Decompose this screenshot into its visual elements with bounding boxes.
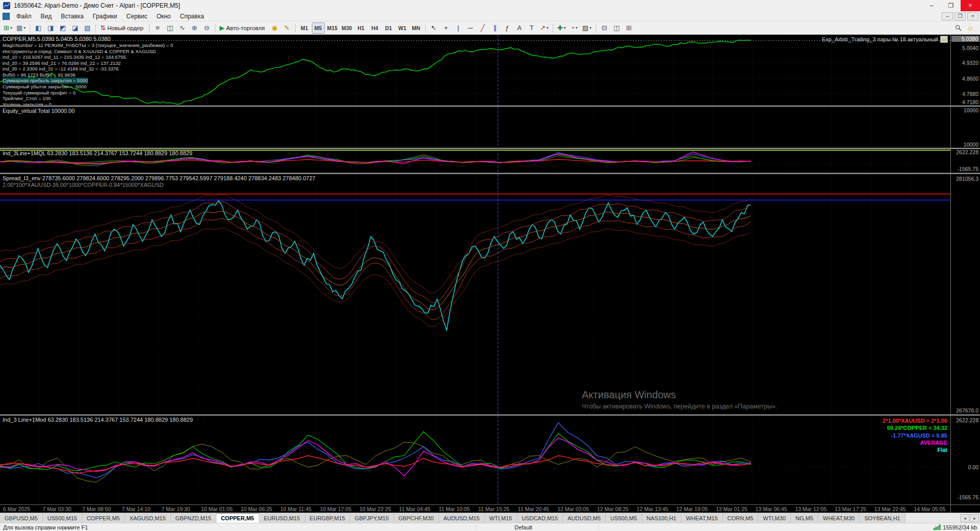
menu-вставка[interactable]: Вставка <box>56 12 88 21</box>
chart-tab-soybean-h1[interactable]: SOYBEAN,H1 <box>860 513 905 523</box>
chart-tab-gbpnzd-m15[interactable]: GBPNZD,M15 <box>171 513 216 523</box>
strategy-tester-button[interactable]: ▧ <box>82 22 93 34</box>
timeframe-h1-button[interactable]: H1 <box>355 22 368 34</box>
timeframe-h4-button[interactable]: H4 <box>369 22 381 34</box>
spread-env-pane-price-scale[interactable]: 281056.3267676.0 <box>950 174 980 414</box>
chart-tab-xagusd-m15[interactable]: XAGUSD,M15 <box>125 513 171 523</box>
periods-button[interactable]: ◔▾ <box>569 22 580 34</box>
ind3line-mql-pane[interactable]: Ind_3Line+1MQL 63.2830 183.5136 214.3767… <box>0 149 950 173</box>
strategy-tester-icon: ▧ <box>84 24 90 32</box>
candlestick-button[interactable]: ◫ <box>164 22 176 34</box>
data-window-button[interactable]: ◨ <box>45 22 56 34</box>
menu-окно[interactable]: Окно <box>152 12 176 21</box>
fibonacci-button[interactable]: ƒ <box>502 22 513 34</box>
equity-pane-price-scale[interactable]: 1000010000 <box>950 107 980 148</box>
chart-tab-ng-m5[interactable]: NG,M5 <box>791 513 818 523</box>
equity-pane[interactable]: Equity_virtual:Total 10000.00 <box>0 107 950 148</box>
maximize-button[interactable]: ❐ <box>941 0 961 11</box>
timeframe-d1-button[interactable]: D1 <box>382 22 395 34</box>
chart-tab-usdcad-m15[interactable]: USDCAD,M15 <box>517 513 563 523</box>
tab-scroll-right-icon[interactable]: ▸ <box>970 514 979 522</box>
menu-графики[interactable]: Графики <box>88 12 122 21</box>
chart-tab-wheat-m30[interactable]: WHEAT,M30 <box>818 513 860 523</box>
chart-tab-gbpusd-m5[interactable]: GBPUSD,M5 <box>0 513 43 523</box>
timeframe-m5-button[interactable]: M5 <box>312 22 325 34</box>
zoom-out-button[interactable]: ⊖ <box>201 22 212 34</box>
chart-tab-gbpjpy-m15[interactable]: GBPJPY,M15 <box>350 513 394 523</box>
chart-tab-eurusd-m15[interactable]: EURUSD,M15 <box>259 513 305 523</box>
chart-tab-copp-er-m5[interactable]: COPP​ER,M5 <box>216 513 259 523</box>
price-pane-price-scale[interactable]: 5.03805.00404.93204.86004.78804.7180 <box>950 35 980 105</box>
chart-tab-wti-m30[interactable]: WTI,M30 <box>758 513 791 523</box>
market-watch-button[interactable]: ◧ <box>33 22 44 34</box>
price-pane[interactable]: COPPER,M5 5.0390 5.0405 5.0380 5.0380Mag… <box>0 35 950 105</box>
timeframe-mn-button[interactable]: MN <box>410 22 423 34</box>
status-profile[interactable]: Default <box>514 524 532 530</box>
cascade-windows-button[interactable]: ⊞ <box>623 22 634 34</box>
chart-tab-copper-m5[interactable]: COPPER,M5 <box>82 513 125 523</box>
chart-tab-nas100-h1[interactable]: NAS100,H1 <box>642 513 681 523</box>
chart-tab-corn-m5[interactable]: CORN,M5 <box>723 513 758 523</box>
menu-файл[interactable]: Файл <box>12 12 36 21</box>
chart-tab-us500-m5[interactable]: US500,M5 <box>606 513 642 523</box>
search-button[interactable] <box>952 22 964 34</box>
overlay-line: Уровень закрытия = 0 <box>3 102 173 105</box>
scale-label: 0.00 <box>968 464 978 470</box>
timeframe-m1-button[interactable]: M1 <box>298 22 311 34</box>
timeframe-w1-button[interactable]: W1 <box>396 22 409 34</box>
chart-tab-wti-m15[interactable]: WTI,M15 <box>485 513 518 523</box>
community-smiley-button[interactable]: ☺ <box>965 22 976 34</box>
chart-tab-us500-m15[interactable]: US500,M15 <box>43 513 82 523</box>
status-traffic: 155952/34 kb <box>943 524 977 530</box>
timeframe-label: MN <box>412 25 420 31</box>
profiles-button[interactable]: ▦▾ <box>15 22 27 34</box>
menu-сервис[interactable]: Сервис <box>122 12 152 21</box>
bar-chart-button[interactable]: ≡ <box>152 22 163 34</box>
ind3line-mod-pane-price-scale[interactable]: 2622.2280.00-1565.75 <box>950 416 980 504</box>
terminal-button[interactable]: ◪ <box>69 22 81 34</box>
new-chart-button[interactable]: ⊞▾ <box>2 22 14 34</box>
line-chart-button[interactable]: ∿ <box>177 22 188 34</box>
time-axis[interactable]: 6 Mar 20257 Mar 03:307 Mar 08:507 Mar 14… <box>0 504 950 513</box>
chart-tab-wheat-m15[interactable]: WHEAT,M15 <box>681 513 723 523</box>
menu-вид[interactable]: Вид <box>36 12 57 21</box>
channel-button[interactable]: ∥ <box>489 22 501 34</box>
tile-vertical-button[interactable]: ◫ <box>611 22 622 34</box>
navigator-button[interactable]: ◩ <box>57 22 68 34</box>
indicators-button[interactable]: ✚▾ <box>556 22 568 34</box>
chart-tab-audusd-m15[interactable]: AUDUSD,M15 <box>439 513 485 523</box>
trendline-button[interactable]: ╱ <box>477 22 488 34</box>
chart-tab-eurgbp-m15[interactable]: EURGBP,M15 <box>305 513 351 523</box>
metaeditor-button[interactable]: ✎ <box>281 22 292 34</box>
timeframe-m30-button[interactable]: M30 <box>340 22 353 34</box>
vertical-line-button[interactable]: | <box>453 22 464 34</box>
close-button[interactable]: × <box>961 0 980 11</box>
mdi-close-button[interactable]: × <box>967 12 978 20</box>
arrows-button[interactable]: ↗▾ <box>538 22 550 34</box>
mdi-restore-button[interactable]: ❐ <box>954 12 966 20</box>
zoom-in-button[interactable]: ⊕ <box>189 22 200 34</box>
chart-tab-audusd-m5[interactable]: AUDUSD,M5 <box>563 513 606 523</box>
minimize-button[interactable]: – <box>922 0 941 11</box>
autotrading-button[interactable]: ▶Авто-торговля <box>218 22 268 34</box>
label-button[interactable]: T <box>526 22 537 34</box>
expert-smiley-icon[interactable]: ☺ <box>940 36 948 43</box>
spread-env-pane[interactable]: Spread_I3_env 278735.6000 278824.6000 27… <box>0 174 950 414</box>
ind3line-mod-pane[interactable]: Ind_3 Line+1Mod 63.2830 183.5136 214.376… <box>0 416 950 504</box>
chart-tab-gbpchf-m30[interactable]: GBPCHF,M30 <box>394 513 439 523</box>
horizontal-line-button[interactable]: ─ <box>465 22 476 34</box>
time-label: 13 Mar 17:25 <box>835 506 866 512</box>
crosshair-button[interactable]: + <box>440 22 452 34</box>
templates-button[interactable]: ▨▾ <box>581 22 593 34</box>
scale-label: -1565.75 <box>958 166 978 172</box>
mql5-community-button[interactable]: ◉ <box>269 22 280 34</box>
timeframe-m15-button[interactable]: M15 <box>326 22 339 34</box>
mdi-minimize-button[interactable]: – <box>942 12 953 20</box>
tab-scroll-left-icon[interactable]: ◂ <box>961 514 969 522</box>
tile-horizontal-button[interactable]: ⊟ <box>599 22 610 34</box>
new-order-button[interactable]: ⇅Новый ордер <box>99 22 146 34</box>
ind3line-mql-pane-price-scale[interactable]: 2622.228-1565.75 <box>950 149 980 173</box>
text-button[interactable]: A <box>514 22 525 34</box>
cursor-button[interactable]: ↖ <box>428 22 439 34</box>
menu-справка[interactable]: Справка <box>176 12 209 21</box>
